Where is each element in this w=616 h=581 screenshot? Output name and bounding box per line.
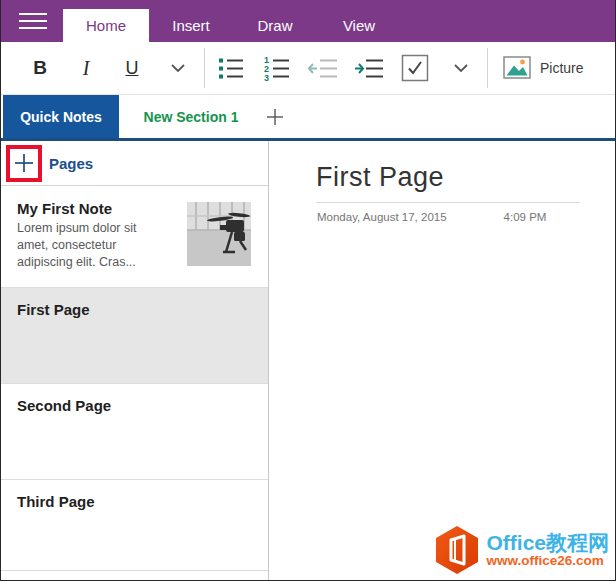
hamburger-icon — [19, 20, 47, 22]
body-area: Pages My First Note Lorem ipsum dolor si… — [1, 141, 615, 580]
titlebar: Home Insert Draw View — [1, 0, 615, 42]
picture-icon — [503, 56, 531, 80]
pages-sidebar: Pages My First Note Lorem ipsum dolor si… — [1, 141, 269, 580]
title-divider — [316, 202, 580, 203]
add-page-button[interactable] — [6, 145, 42, 182]
page-list-item-first-page[interactable]: First Page — [1, 288, 268, 384]
picture-button[interactable]: Picture — [503, 56, 584, 80]
tags-dropdown[interactable] — [438, 46, 484, 90]
chevron-down-icon — [170, 62, 186, 74]
plus-icon — [14, 153, 34, 173]
section-tab-quick-notes[interactable]: Quick Notes — [3, 95, 119, 138]
watermark: Office教程网 www.office26.com — [434, 525, 609, 575]
page-date: Monday, August 17, 2015 — [317, 211, 447, 223]
page-thumbnail-drone-photo — [187, 202, 251, 266]
tab-view[interactable]: View — [317, 9, 401, 42]
decrease-indent-button[interactable] — [300, 46, 346, 90]
watermark-text: Office教程网 www.office26.com — [486, 532, 609, 568]
font-options-dropdown[interactable] — [155, 46, 201, 90]
page-canvas[interactable]: First Page Monday, August 17, 2015 4:09 … — [269, 141, 615, 580]
page-list-item-my-first-note[interactable]: My First Note Lorem ipsum dolor sit amet… — [1, 186, 268, 288]
ribbon-toolbar: B I U 1 2 3 — [1, 42, 615, 95]
add-section-button[interactable] — [255, 95, 295, 138]
ribbon-group-divider — [204, 48, 205, 88]
page-meta: Monday, August 17, 2015 4:09 PM — [317, 211, 615, 223]
bullet-list-button[interactable] — [208, 46, 254, 90]
tab-insert[interactable]: Insert — [149, 9, 233, 42]
section-tab-new-section-1[interactable]: New Section 1 — [127, 95, 255, 138]
page-item-preview: Lorem ipsum dolor sit amet, consectetur … — [17, 220, 169, 271]
plus-icon — [266, 108, 284, 126]
page-list-item-third-page[interactable]: Third Page — [1, 480, 268, 571]
numbered-list-button[interactable]: 1 2 3 — [254, 46, 300, 90]
increase-indent-button[interactable] — [346, 46, 392, 90]
chevron-down-icon — [453, 62, 469, 74]
tab-home[interactable]: Home — [63, 9, 149, 42]
section-tab-bar: Quick Notes New Section 1 — [1, 95, 615, 141]
watermark-site-url: www.office26.com — [486, 554, 609, 568]
ribbon-group-divider — [487, 48, 488, 88]
page-title[interactable]: First Page — [316, 162, 615, 193]
numbered-list-icon: 1 2 3 — [262, 53, 292, 83]
todo-checkbox-icon — [401, 54, 429, 82]
italic-button[interactable]: I — [63, 46, 109, 90]
increase-indent-icon — [352, 53, 386, 83]
onenote-window: Home Insert Draw View B I U — [0, 0, 616, 581]
bold-button[interactable]: B — [17, 46, 63, 90]
bullet-list-icon — [216, 53, 246, 83]
todo-tag-button[interactable] — [392, 46, 438, 90]
decrease-indent-icon — [306, 53, 340, 83]
page-item-title: First Page — [17, 301, 268, 318]
ribbon-tab-strip: Home Insert Draw View — [63, 9, 401, 42]
page-list-item-second-page[interactable]: Second Page — [1, 384, 268, 480]
hamburger-icon — [19, 27, 47, 29]
underline-button[interactable]: U — [109, 46, 155, 90]
tab-draw[interactable]: Draw — [233, 9, 317, 42]
picture-button-label: Picture — [540, 60, 584, 76]
watermark-site-name: Office教程网 — [486, 532, 609, 554]
page-item-title: Third Page — [17, 493, 268, 510]
pages-header: Pages — [1, 141, 268, 186]
hamburger-menu-button[interactable] — [19, 13, 47, 29]
page-time: 4:09 PM — [504, 211, 547, 223]
page-item-title: Second Page — [17, 397, 268, 414]
office-logo-icon — [434, 525, 480, 575]
pages-header-label: Pages — [49, 155, 93, 172]
svg-text:3: 3 — [264, 73, 269, 83]
hamburger-icon — [19, 13, 47, 15]
